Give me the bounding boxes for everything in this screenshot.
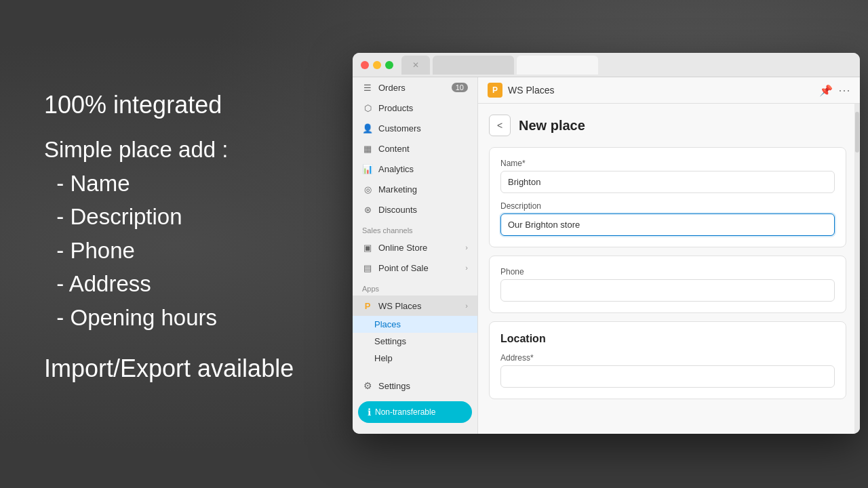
subline-4: - Address <box>44 267 294 301</box>
sidebar-sub-item-places[interactable]: Places <box>353 316 477 333</box>
ws-places-chevron: › <box>465 302 468 310</box>
sidebar-item-marketing[interactable]: ◎ Marketing <box>353 179 477 199</box>
marketing-label: Marketing <box>378 184 417 195</box>
sidebar-sub-item-settings[interactable]: Settings <box>353 333 477 350</box>
apps-label: Apps <box>353 278 477 296</box>
address-label: Address* <box>500 353 835 363</box>
sidebar-item-pos[interactable]: ▤ Point of Sale › <box>353 258 477 278</box>
sidebar-item-orders[interactable]: Orders 10 <box>353 77 477 98</box>
content-area: < New place Name* Description <box>478 104 860 434</box>
left-content: 100% integrated Simple place add : - Nam… <box>44 88 294 383</box>
ws-places-icon: P <box>362 300 373 311</box>
main-panel: P WS Places 📌 ⋯ < New place <box>478 77 860 434</box>
customers-icon: 👤 <box>362 123 373 134</box>
sales-channels-label: Sales channels <box>353 220 477 237</box>
products-label: Products <box>378 103 413 113</box>
online-store-icon: ▣ <box>362 242 373 253</box>
tab-close-1[interactable]: ✕ <box>412 60 419 70</box>
app-logo: P <box>488 83 502 98</box>
pos-icon: ▤ <box>362 262 373 273</box>
back-button[interactable]: < <box>489 115 511 136</box>
name-input[interactable] <box>500 171 835 193</box>
app-name-label: WS Places <box>508 85 814 96</box>
sidebar-item-global-settings[interactable]: ⚙ Settings <box>353 375 477 396</box>
address-field: Address* <box>500 353 835 388</box>
products-icon: ⬡ <box>362 102 373 113</box>
logo-letter: P <box>492 85 498 95</box>
sidebar-item-customers[interactable]: 👤 Customers <box>353 118 477 138</box>
subline-0: Simple place add : <box>44 133 294 167</box>
content-wrapper: < New place Name* Description <box>478 104 860 434</box>
app-body: Orders 10 ⬡ Products 👤 Customers ▦ Conte… <box>353 77 860 434</box>
analytics-icon: 📊 <box>362 163 373 174</box>
page-header: < New place <box>489 115 846 136</box>
phone-field: Phone <box>500 267 835 302</box>
app-window: ✕ Orders 10 ⬡ Products 👤 Customers <box>353 53 860 434</box>
window-controls <box>361 61 393 69</box>
page-title: New place <box>519 118 585 134</box>
sidebar-item-online-store[interactable]: ▣ Online Store › <box>353 237 477 258</box>
pos-chevron: › <box>465 264 468 272</box>
name-description-card: Name* Description <box>489 147 846 247</box>
sidebar-item-ws-places[interactable]: P WS Places › <box>353 296 477 316</box>
sidebar-item-content[interactable]: ▦ Content <box>353 138 477 159</box>
online-store-label: Online Store <box>378 243 427 253</box>
tab-inactive-2[interactable] <box>433 56 514 75</box>
online-store-chevron: › <box>465 243 468 251</box>
phone-label: Phone <box>500 267 835 277</box>
non-transferable-button[interactable]: ℹ Non-transferable <box>358 401 472 423</box>
header-actions: 📌 ⋯ <box>819 83 850 98</box>
orders-icon <box>362 82 373 93</box>
settings-label: Settings <box>378 381 410 391</box>
info-icon: ℹ <box>368 407 371 418</box>
description-input[interactable] <box>500 214 835 236</box>
import-export-text: Import/Export available <box>44 354 294 383</box>
app-header: P WS Places 📌 ⋯ <box>478 77 860 104</box>
name-field: Name* <box>500 159 835 193</box>
sidebar: Orders 10 ⬡ Products 👤 Customers ▦ Conte… <box>353 77 478 434</box>
sidebar-item-analytics[interactable]: 📊 Analytics <box>353 159 477 179</box>
close-button[interactable] <box>361 61 369 69</box>
tab-inactive-1[interactable]: ✕ <box>401 56 430 75</box>
phone-input[interactable] <box>500 279 835 302</box>
non-transferable-label: Non-transferable <box>375 407 435 417</box>
content-label: Content <box>378 144 410 154</box>
orders-badge: 10 <box>452 83 468 92</box>
content-icon: ▦ <box>362 143 373 154</box>
app-settings-label: Settings <box>374 336 406 346</box>
scrollbar-thumb[interactable] <box>855 112 859 152</box>
description-label: Description <box>500 201 835 211</box>
description-field: Description <box>500 201 835 236</box>
sidebar-item-products[interactable]: ⬡ Products <box>353 98 477 118</box>
discounts-label: Discounts <box>378 205 417 215</box>
headline: 100% integrated <box>44 88 294 122</box>
ws-places-label: WS Places <box>378 301 422 311</box>
sidebar-item-discounts[interactable]: ⊛ Discounts <box>353 199 477 220</box>
marketing-icon: ◎ <box>362 184 373 195</box>
scrollbar-track[interactable] <box>854 104 860 434</box>
analytics-label: Analytics <box>378 164 414 174</box>
subline-1: - Name <box>44 167 294 201</box>
more-icon[interactable]: ⋯ <box>838 83 850 98</box>
customers-label: Customers <box>378 123 421 134</box>
subline-2: - Description <box>44 200 294 234</box>
maximize-button[interactable] <box>385 61 393 69</box>
subtext: Simple place add : - Name - Description … <box>44 133 294 334</box>
discounts-icon: ⊛ <box>362 204 373 215</box>
orders-label: Orders <box>378 83 406 93</box>
places-label: Places <box>374 319 401 329</box>
help-label: Help <box>374 353 393 363</box>
address-input[interactable] <box>500 365 835 388</box>
title-bar: ✕ <box>353 53 860 77</box>
phone-card: Phone <box>489 256 846 313</box>
location-card: Location Address* <box>489 321 846 399</box>
location-title: Location <box>500 333 835 345</box>
minimize-button[interactable] <box>373 61 381 69</box>
subline-3: - Phone <box>44 234 294 268</box>
settings-icon: ⚙ <box>362 380 373 391</box>
title-bar-tabs: ✕ <box>401 56 598 75</box>
tab-active[interactable] <box>517 56 598 75</box>
pin-icon[interactable]: 📌 <box>819 84 833 97</box>
pos-label: Point of Sale <box>378 263 429 273</box>
sidebar-sub-item-help[interactable]: Help <box>353 350 477 367</box>
